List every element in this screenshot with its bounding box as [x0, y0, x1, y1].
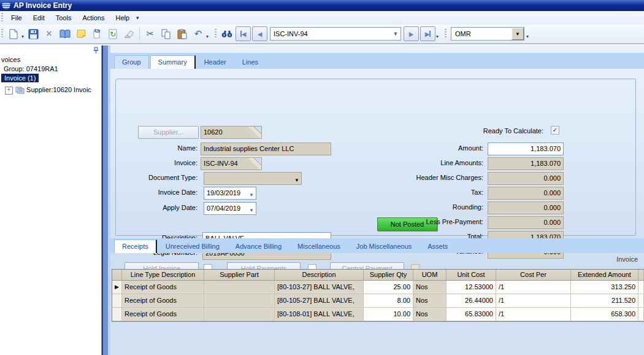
cell-unit-cost[interactable]: 26.44000 [447, 294, 496, 308]
supplier-button[interactable]: Supplier... [138, 126, 199, 139]
cell-supplier-part[interactable] [204, 308, 275, 321]
apply-date-arrow-icon[interactable]: ▼ [249, 205, 254, 215]
nav-grip-handle[interactable] [215, 29, 217, 39]
column-header-uom[interactable]: UOM [413, 270, 447, 281]
tab-miscellaneous[interactable]: Miscellaneous [290, 240, 348, 253]
record-combo[interactable]: ISC-INV-94 ▼ [270, 27, 401, 41]
nav-overflow-icon[interactable]: ▾ [436, 34, 439, 39]
invoice-date-field[interactable]: 19/03/2019 ▼ [204, 187, 256, 200]
tree-item-invoice-selected[interactable]: Invoice (1) [1, 74, 39, 82]
book-icon[interactable] [58, 26, 72, 41]
tab-advance-billing[interactable]: Advance Billing [228, 240, 289, 253]
ready-to-calculate-checkbox[interactable]: ✓ [551, 126, 559, 135]
expander-plus-icon[interactable]: + [5, 87, 13, 95]
row-selector-icon[interactable]: ▶ [112, 281, 122, 294]
tax-label: Tax: [343, 189, 483, 196]
nav-last-button[interactable]: ▶ [420, 26, 435, 41]
document-type-arrow-icon[interactable]: ▼ [294, 175, 299, 185]
paste-icon[interactable] [175, 26, 190, 41]
column-header-cost-per[interactable]: Cost Per [496, 270, 571, 281]
cell-unit-cost[interactable]: 65.83000 [447, 308, 496, 321]
column-header-supplier-qty[interactable]: Supplier Qty [364, 270, 413, 281]
cell-description[interactable]: [80-103-27] BALL VALVE, [275, 281, 364, 294]
copy-icon[interactable] [159, 26, 174, 41]
tab-header[interactable]: Header [197, 56, 234, 69]
amount-field[interactable]: 1,183.070 [488, 142, 564, 155]
cell-supplier-part[interactable] [204, 281, 275, 294]
amount-label: Amount: [343, 144, 483, 152]
currency-overflow-icon[interactable]: ▾ [526, 34, 529, 39]
attachment-icon[interactable] [90, 26, 104, 41]
tab-lines[interactable]: Lines [235, 56, 266, 69]
column-header-description[interactable]: Description [275, 270, 364, 281]
refresh-icon[interactable]: ↻ [105, 26, 120, 41]
tab-job-miscellaneous[interactable]: Job Miscellaneous [349, 240, 420, 253]
tree-item-invoices-root[interactable]: voices [1, 56, 20, 63]
edit-overflow-icon[interactable]: ▾ [206, 34, 209, 39]
currency-combo-arrow-icon[interactable]: ▼ [512, 28, 524, 40]
save-icon[interactable] [26, 26, 40, 41]
cell-line-type[interactable]: Receipt of Goods [122, 281, 204, 294]
column-header-selector[interactable] [112, 270, 122, 281]
cell-line-type[interactable]: Receipt of Goods [122, 294, 204, 308]
nav-first-button[interactable]: ◀ [236, 26, 251, 41]
record-combo-arrow-icon[interactable]: ▼ [391, 31, 401, 37]
find-icon[interactable] [220, 26, 234, 41]
cell-line-type[interactable]: Receipt of Goods [122, 308, 204, 321]
cell-supplier-part[interactable] [204, 294, 275, 308]
tab-receipts[interactable]: Receipts [114, 240, 157, 253]
cell-extended-amount[interactable]: 313.250 [571, 281, 638, 294]
cell-cost-per[interactable]: /1 [496, 281, 571, 294]
tab-group[interactable]: Group [114, 55, 149, 69]
tree-item-supplier[interactable]: + Supplier:10620 Invoic [5, 86, 91, 95]
menu-overflow-icon[interactable]: ▾ [136, 15, 139, 21]
toolbar-grip-handle[interactable] [1, 29, 3, 39]
currency-combo[interactable]: OMR ▼ [451, 27, 524, 41]
cell-uom[interactable]: Nos [413, 294, 447, 308]
column-header-line-type[interactable]: Line Type Description [122, 270, 204, 281]
nav-prev-button[interactable]: ◀ [252, 26, 267, 41]
cell-description[interactable]: [80-105-27] BALL VALVE, [275, 294, 364, 308]
tab-summary[interactable]: Summary [150, 55, 196, 69]
document-type-combo[interactable]: ▼ [204, 172, 302, 185]
row-selector[interactable] [112, 294, 122, 308]
undo-icon[interactable]: ↶ [191, 26, 205, 41]
rounding-label: Rounding: [343, 203, 483, 211]
cut-icon[interactable]: ✂ [143, 26, 158, 41]
apply-date-field[interactable]: 07/04/2019 ▼ [204, 202, 256, 215]
cell-cost-per[interactable]: /1 [496, 308, 571, 321]
menu-file[interactable]: File [6, 13, 28, 23]
menu-tools[interactable]: Tools [50, 13, 77, 23]
menu-help[interactable]: Help [110, 13, 135, 23]
cell-supplier-qty[interactable]: 8.00 [364, 294, 413, 308]
column-header-extended-amount[interactable]: Extended Amount [571, 270, 638, 281]
clear-icon[interactable] [121, 26, 136, 41]
pin-icon[interactable] [93, 47, 99, 55]
cell-description[interactable]: [80-108-01] BALL VALVE, [275, 308, 364, 321]
cell-supplier-qty[interactable]: 10.00 [364, 308, 413, 321]
cell-uom[interactable]: Nos [413, 308, 447, 321]
panel-splitter[interactable] [102, 45, 110, 355]
tab-unreceived-billing[interactable]: Unreceived Billing [158, 240, 227, 253]
tab-assets[interactable]: Assets [420, 240, 455, 253]
tree-item-group[interactable]: Group: 07419RA1 [4, 65, 58, 72]
column-header-unit-cost[interactable]: Unit Cost [447, 270, 496, 281]
cell-unit-cost[interactable]: 12.53000 [447, 281, 496, 294]
invoice-date-arrow-icon[interactable]: ▼ [249, 190, 254, 200]
delete-icon[interactable]: × [42, 26, 56, 41]
cell-extended-amount[interactable]: 211.520 [571, 294, 638, 308]
cell-extended-amount[interactable]: 658.300 [571, 308, 638, 321]
menu-actions[interactable]: Actions [77, 13, 110, 23]
column-header-supplier-part[interactable]: Supplier Part [204, 270, 275, 281]
nav-next-button[interactable]: ▶ [404, 26, 419, 41]
menu-edit[interactable]: Edit [28, 13, 50, 23]
currency-grip-handle[interactable] [445, 29, 447, 39]
row-selector[interactable] [112, 308, 122, 321]
cell-cost-per[interactable]: /1 [496, 294, 571, 308]
cell-uom[interactable]: Nos [413, 281, 447, 294]
menu-grip-handle[interactable] [1, 13, 3, 23]
cell-supplier-qty[interactable]: 25.00 [364, 281, 413, 294]
memo-icon[interactable] [74, 26, 88, 41]
new-dropdown-icon[interactable]: ▾ [21, 34, 24, 39]
new-icon[interactable] [6, 26, 21, 41]
